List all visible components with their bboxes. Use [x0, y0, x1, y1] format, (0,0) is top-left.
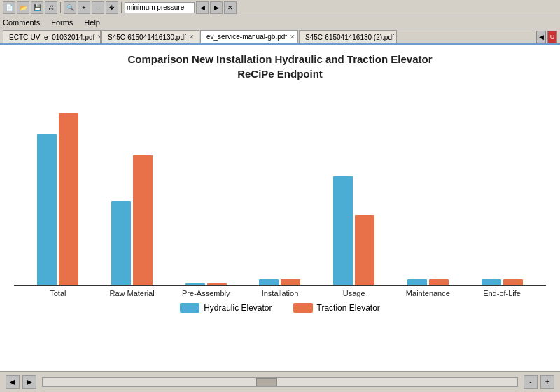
- bar-group-1: [111, 155, 153, 285]
- tabbar: ECTC-UV_e_01032014.pdf ✕ S45C-6150414161…: [0, 29, 560, 45]
- menu-comments[interactable]: Comments: [3, 18, 40, 27]
- bar-label-6: End-of-Life: [477, 289, 526, 298]
- hydraulic-bar-5: [407, 279, 427, 285]
- bar-label-3: Installation: [255, 289, 304, 298]
- hydraulic-bar-0: [37, 134, 57, 285]
- legend: Hydraulic Elevator Traction Elevator: [14, 303, 546, 313]
- chart-area: TotalRaw MaterialPre-AssemblyInstallatio…: [14, 90, 546, 371]
- bar-label-2: Pre-Assembly: [181, 289, 230, 298]
- chart-title: Comparison New Installation Hydraulic an…: [127, 52, 432, 81]
- bars-container: [14, 90, 546, 286]
- tab-2-close[interactable]: ✕: [290, 34, 295, 41]
- next-result-icon[interactable]: ▶: [210, 1, 223, 14]
- print-icon[interactable]: 🖨: [45, 1, 57, 14]
- zoom-in-status-icon[interactable]: +: [540, 375, 554, 389]
- tab-nav-right[interactable]: U: [547, 31, 557, 43]
- hydraulic-bar-6: [482, 279, 501, 285]
- bar-group-4: [333, 176, 374, 285]
- legend-traction: Traction Elevator: [293, 303, 380, 313]
- toolbar: 📄 📂 💾 🖨 🔍 + - ✥ ◀ ▶ ✕: [0, 0, 560, 15]
- select-icon[interactable]: ✥: [106, 1, 118, 14]
- bar-group-5: [407, 279, 449, 285]
- traction-bar-1: [133, 155, 153, 285]
- zoom-out-icon[interactable]: -: [92, 1, 104, 14]
- traction-bar-2: [207, 284, 227, 285]
- tab-0[interactable]: ECTC-UV_e_01032014.pdf ✕: [3, 30, 101, 43]
- hydraulic-bar-3: [259, 279, 279, 285]
- bar-group-0: [37, 113, 78, 285]
- save-icon[interactable]: 💾: [31, 1, 43, 14]
- search-input[interactable]: [125, 2, 195, 13]
- traction-bar-4: [355, 215, 374, 285]
- prev-page-icon[interactable]: ◀: [6, 375, 20, 389]
- menu-help[interactable]: Help: [84, 18, 100, 27]
- traction-bar-6: [503, 279, 523, 285]
- traction-bar-3: [281, 279, 300, 285]
- bar-group-6: [482, 279, 523, 285]
- prev-result-icon[interactable]: ◀: [196, 1, 209, 14]
- tab-0-close[interactable]: ✕: [97, 34, 101, 41]
- traction-color-swatch: [293, 303, 313, 313]
- bar-label-0: Total: [34, 289, 83, 298]
- close-search-icon[interactable]: ✕: [224, 1, 237, 14]
- hydraulic-bar-2: [186, 284, 205, 285]
- traction-bar-0: [59, 113, 78, 285]
- hydraulic-label: Hydraulic Elevator: [204, 303, 272, 313]
- menu-forms[interactable]: Forms: [51, 18, 73, 27]
- bar-label-5: Maintenance: [403, 289, 452, 298]
- open-icon[interactable]: 📂: [17, 1, 29, 14]
- tab-3[interactable]: S45C-615041416130 (2).pdf ✕: [299, 30, 397, 43]
- bar-label-1: Raw Material: [108, 289, 157, 298]
- menubar: Comments Forms Help: [0, 15, 560, 29]
- scrollbar-thumb[interactable]: [256, 378, 277, 386]
- bar-group-2: [186, 284, 227, 285]
- hydraulic-color-swatch: [180, 303, 200, 313]
- hydraulic-bar-1: [111, 201, 131, 285]
- find-icon[interactable]: 🔍: [64, 1, 76, 14]
- traction-bar-5: [429, 279, 449, 285]
- tab-nav-left[interactable]: ◀: [536, 31, 546, 43]
- statusbar: ◀ ▶ - +: [0, 371, 560, 392]
- tab-1[interactable]: S45C-615041416130.pdf ✕: [102, 30, 200, 43]
- next-page-icon[interactable]: ▶: [22, 375, 36, 389]
- new-icon[interactable]: 📄: [3, 1, 15, 14]
- zoom-in-icon[interactable]: +: [78, 1, 90, 14]
- bar-label-4: Usage: [330, 289, 379, 298]
- legend-hydraulic: Hydraulic Elevator: [180, 303, 272, 313]
- horizontal-scrollbar[interactable]: [42, 377, 518, 387]
- tab-2[interactable]: ev_service-manual-gb.pdf ✕: [200, 30, 298, 43]
- bar-group-3: [259, 279, 300, 285]
- hydraulic-bar-4: [333, 176, 353, 285]
- zoom-out-status-icon[interactable]: -: [524, 375, 538, 389]
- tab-1-close[interactable]: ✕: [189, 34, 195, 41]
- traction-label: Traction Elevator: [317, 303, 380, 313]
- bar-labels: TotalRaw MaterialPre-AssemblyInstallatio…: [14, 286, 546, 298]
- content-area: Comparison New Installation Hydraulic an…: [0, 45, 560, 371]
